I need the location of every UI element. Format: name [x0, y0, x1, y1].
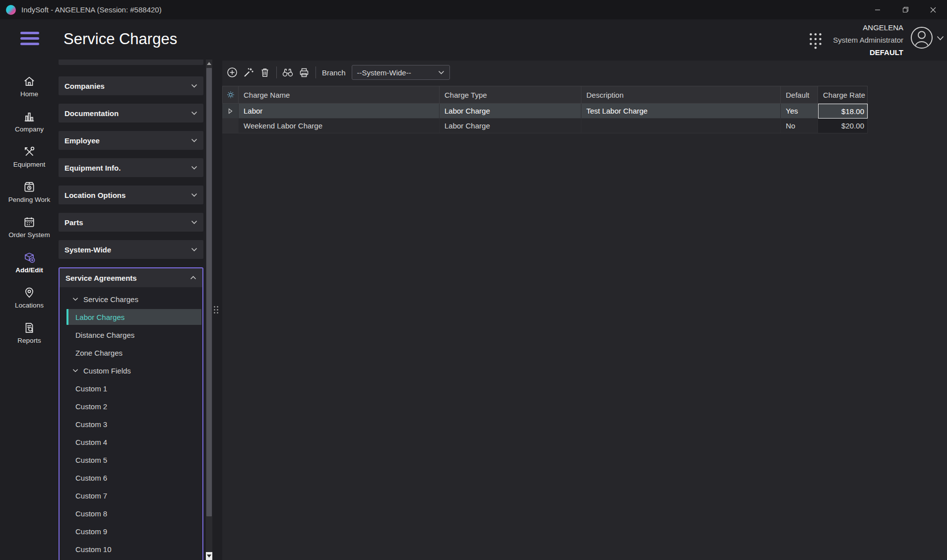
cell-default[interactable]: Yes — [781, 104, 818, 119]
scroll-up-arrow-icon[interactable] — [206, 60, 212, 67]
tree-item-zone-charges[interactable]: Zone Charges — [60, 344, 202, 362]
chevron-down-icon — [191, 220, 197, 224]
section-label: Attributes — [64, 60, 100, 60]
edit-button[interactable] — [243, 66, 254, 78]
sidebar-section-location-options[interactable]: Location Options — [59, 186, 203, 204]
chevron-down-icon — [191, 84, 197, 88]
sidebar-section-attributes[interactable]: Attributes — [59, 60, 203, 65]
tree-label: Labor Charges — [75, 313, 125, 321]
col-header-default[interactable]: Default — [781, 86, 818, 104]
section-label: Location Options — [64, 191, 126, 199]
user-info: ANGELENA System Administrator DEFAULT — [833, 21, 903, 59]
tree-group-custom-fields[interactable]: Custom Fields — [60, 362, 202, 379]
sidebar-section-parts[interactable]: Parts — [59, 213, 203, 232]
cell-charge-name[interactable]: Weekend Labor Charge — [239, 119, 440, 133]
find-button[interactable] — [282, 66, 294, 78]
sidebar-scrollbar[interactable] — [206, 60, 212, 560]
tree-item-custom-8[interactable]: Custom 8 — [60, 504, 202, 522]
cell-default[interactable]: No — [781, 119, 818, 133]
delete-button[interactable] — [259, 66, 271, 78]
nav-item-company[interactable]: Company — [0, 104, 59, 139]
cell-charge-rate-focused[interactable]: $18.00 — [818, 104, 868, 119]
sidebar-section-employee[interactable]: Employee — [59, 131, 203, 150]
scrollbar-thumb[interactable] — [206, 68, 212, 516]
branch-select[interactable]: --System-Wide-- — [352, 65, 450, 80]
close-icon — [930, 7, 936, 13]
col-header-description[interactable]: Description — [581, 86, 781, 104]
tree-item-distance-charges[interactable]: Distance Charges — [60, 326, 202, 344]
table-row[interactable]: Weekend Labor Charge Labor Charge No $20… — [222, 119, 868, 133]
hamburger-icon — [20, 32, 39, 34]
scroll-down-arrow-icon[interactable] — [206, 552, 212, 560]
equipment-icon — [23, 145, 36, 158]
avatar[interactable] — [910, 26, 933, 49]
chevron-down-icon — [191, 111, 197, 115]
print-button[interactable] — [298, 66, 310, 78]
tree-label: Zone Charges — [75, 349, 123, 357]
tree-item-labor-charges[interactable]: Labor Charges — [66, 309, 201, 325]
tree-item-custom-3[interactable]: Custom 3 — [60, 415, 202, 433]
trash-icon — [259, 67, 270, 78]
user-menu-chevron-icon[interactable] — [937, 36, 944, 41]
nav-label: Home — [20, 90, 38, 98]
cell-charge-rate[interactable]: $20.00 — [818, 119, 868, 133]
nav-item-equipment[interactable]: Equipment — [0, 139, 59, 174]
sidebar-section-system-wide[interactable]: System-Wide — [59, 240, 203, 259]
add-button[interactable] — [226, 66, 238, 78]
sidebar-section-equipment-info[interactable]: Equipment Info. — [59, 158, 203, 177]
restore-icon — [902, 6, 909, 13]
tree-item-custom-9[interactable]: Custom 9 — [60, 522, 202, 540]
panel-splitter-handle[interactable] — [214, 306, 219, 313]
toolbar-separator — [316, 66, 316, 78]
minimize-icon — [875, 7, 881, 13]
nav-item-pending-work[interactable]: Pending Work — [0, 174, 59, 209]
row-header-cell[interactable] — [222, 119, 239, 133]
tree-label: Custom 10 — [75, 545, 112, 554]
cell-charge-type[interactable]: Labor Charge — [440, 104, 581, 119]
minimize-button[interactable] — [864, 0, 891, 19]
restore-button[interactable] — [891, 0, 919, 19]
col-header-charge-type[interactable]: Charge Type — [440, 86, 581, 104]
nav-item-locations[interactable]: Locations — [0, 280, 59, 315]
nav-item-home[interactable]: Home — [0, 68, 59, 104]
sidebar-section-companies[interactable]: Companies — [59, 76, 203, 95]
grid-toolbar: Branch --System-Wide-- — [222, 61, 947, 84]
sidebar-section-documentation[interactable]: Documentation — [59, 104, 203, 123]
grid-settings-icon[interactable] — [222, 86, 239, 104]
nav-item-reports[interactable]: Reports — [0, 315, 59, 350]
tree-item-custom-10[interactable]: Custom 10 — [60, 540, 202, 558]
sun-icon — [227, 91, 235, 99]
chevron-up-icon — [190, 276, 196, 280]
menu-button[interactable] — [20, 32, 39, 48]
cell-charge-name[interactable]: Labor — [239, 104, 440, 119]
apps-grid-icon[interactable] — [808, 32, 823, 49]
tree-item-custom-4[interactable]: Custom 4 — [60, 433, 202, 451]
col-header-charge-rate[interactable]: Charge Rate — [818, 86, 868, 104]
nav-label: Company — [15, 125, 44, 133]
sidebar-section-service-agreements[interactable]: Service Agreements — [60, 268, 202, 287]
tree-group-service-charges[interactable]: Service Charges — [60, 290, 202, 308]
titlebar: IndySoft - ANGELENA (Session: #588420) — [0, 0, 947, 19]
section-label: Documentation — [64, 109, 119, 118]
row-expander[interactable] — [222, 104, 239, 119]
tree-item-custom-5[interactable]: Custom 5 — [60, 451, 202, 469]
tree-item-custom-6[interactable]: Custom 6 — [60, 469, 202, 487]
cell-description[interactable] — [581, 119, 781, 133]
sidebar-clipped-item-wrap: Attributes — [59, 60, 203, 65]
section-label: Employee — [64, 136, 100, 145]
tree-item-custom-2[interactable]: Custom 2 — [60, 397, 202, 415]
cell-description[interactable]: Test Labor Charge — [581, 104, 781, 119]
table-row[interactable]: Labor Labor Charge Test Labor Charge Yes… — [222, 104, 868, 119]
col-header-charge-name[interactable]: Charge Name — [239, 86, 440, 104]
tree-item-custom-7[interactable]: Custom 7 — [60, 487, 202, 504]
cell-charge-type[interactable]: Labor Charge — [440, 119, 581, 133]
company-icon — [23, 110, 36, 123]
tree-item-custom-1[interactable]: Custom 1 — [60, 379, 202, 397]
branch-label: Branch — [322, 68, 346, 77]
nav-item-order-system[interactable]: Order System — [0, 209, 59, 245]
close-button[interactable] — [919, 0, 947, 19]
locations-icon — [23, 286, 36, 299]
plus-circle-icon — [227, 67, 238, 78]
tree-label: Custom 7 — [75, 492, 107, 500]
nav-item-add-edit[interactable]: Add/Edit — [0, 245, 59, 280]
